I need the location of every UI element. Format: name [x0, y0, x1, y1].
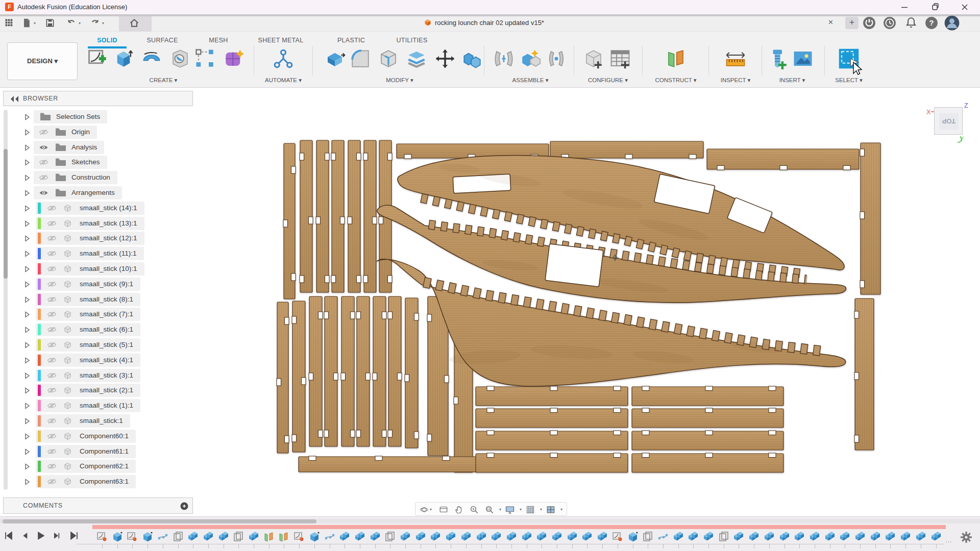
- nav-caret-icon[interactable]: ▾: [430, 507, 432, 512]
- wood-piece-stick[interactable]: [331, 140, 345, 292]
- design-dropdown[interactable]: DESIGN ▾: [7, 42, 78, 80]
- collapse-panel-icon[interactable]: [10, 95, 20, 103]
- timeline-item-move-icon[interactable]: [748, 531, 760, 543]
- wood-piece-slat[interactable]: [476, 453, 628, 472]
- expand-arrow-icon[interactable]: [24, 326, 30, 335]
- nav-caret-icon[interactable]: ▾: [560, 507, 562, 512]
- extensions-icon[interactable]: [863, 16, 876, 30]
- notifications-icon[interactable]: [904, 16, 918, 30]
- wood-piece-plank[interactable]: [373, 296, 386, 446]
- tree-row-label[interactable]: smaall_stick (10):1: [80, 265, 137, 272]
- document-tab[interactable]: rocking lounch chair 02 updated v15* ✕: [357, 14, 841, 32]
- tree-row-label[interactable]: smaall_stick (12):1: [80, 234, 137, 242]
- tree-row[interactable]: Component61:1: [20, 445, 189, 458]
- tool-ruler-icon[interactable]: [725, 48, 746, 69]
- expand-arrow-icon[interactable]: [24, 417, 30, 427]
- eye-hidden-icon[interactable]: [47, 235, 57, 244]
- playback-skip-start-button[interactable]: [4, 531, 13, 540]
- eye-hidden-icon[interactable]: [47, 417, 57, 427]
- playback-step-forward-button[interactable]: [52, 532, 60, 540]
- tree-row-label[interactable]: Component60:1: [80, 432, 129, 440]
- tree-row[interactable]: Selection Sets: [20, 110, 189, 123]
- tree-row-label[interactable]: smaall_stick (6):1: [80, 325, 133, 333]
- timeline-item-move-icon[interactable]: [854, 531, 866, 543]
- expand-arrow-icon[interactable]: [24, 463, 30, 472]
- timeline-item-move-icon[interactable]: [202, 531, 214, 543]
- tool-cfgtable-icon[interactable]: [609, 48, 631, 69]
- group-label-insert[interactable]: INSERT ▾: [779, 77, 805, 84]
- wood-piece-slat[interactable]: [476, 408, 628, 428]
- ribbon-tab-utilities[interactable]: UTILITIES: [396, 37, 427, 44]
- eye-hidden-icon[interactable]: [47, 387, 57, 396]
- timeline-item-move-icon[interactable]: [899, 531, 912, 543]
- tree-row-label[interactable]: Arrangements: [71, 189, 115, 196]
- timeline-item-sketch-icon[interactable]: [96, 531, 108, 543]
- playback-skip-end-button[interactable]: [69, 531, 79, 540]
- nav-caret-icon[interactable]: ▾: [499, 507, 501, 512]
- tree-row-label[interactable]: smaall_stick (11):1: [80, 249, 137, 257]
- tree-row-label[interactable]: smaall_stick (4):1: [80, 356, 133, 364]
- tool-presspull-icon[interactable]: [324, 48, 346, 69]
- expand-arrow-icon[interactable]: [24, 235, 30, 244]
- qat-file-caret-icon[interactable]: ▾: [34, 21, 38, 25]
- timeline-item-sketch-icon[interactable]: [293, 531, 305, 543]
- ribbon-tab-surface[interactable]: SURFACE: [146, 37, 178, 44]
- tree-row[interactable]: smaall_stick (5):1: [20, 338, 189, 352]
- timeline-item-move-icon[interactable]: [915, 531, 927, 543]
- wood-piece-stick[interactable]: [348, 140, 361, 292]
- timeline-item-move-icon[interactable]: [778, 531, 791, 543]
- qat-redo-caret-icon[interactable]: ▾: [102, 21, 106, 25]
- help-icon[interactable]: ?: [925, 16, 938, 30]
- eye-hidden-icon[interactable]: [47, 341, 57, 350]
- tree-row-label[interactable]: Origin: [71, 128, 90, 136]
- timeline-item-move-icon[interactable]: [763, 531, 775, 543]
- tool-jointorigin-icon[interactable]: [546, 48, 567, 69]
- expand-arrow-icon[interactable]: [24, 220, 30, 229]
- expand-arrow-icon[interactable]: [24, 265, 30, 274]
- expand-arrow-icon[interactable]: [24, 296, 30, 305]
- tree-row[interactable]: smaall_stick (3):1: [20, 369, 189, 382]
- wood-piece-plank[interactable]: [405, 298, 419, 448]
- timeline-item-move-icon[interactable]: [672, 531, 684, 543]
- group-label-configure[interactable]: CONFIGURE ▾: [588, 77, 628, 84]
- wood-piece-slat[interactable]: [476, 386, 628, 406]
- tree-row[interactable]: smaall_stick (14):1: [20, 202, 189, 215]
- wood-piece-slat[interactable]: [632, 386, 783, 406]
- eye-hidden-icon[interactable]: [39, 174, 48, 183]
- tool-pattern-icon[interactable]: [194, 48, 216, 69]
- tree-row-label[interactable]: Component62:1: [80, 462, 129, 470]
- tree-row-label[interactable]: Sketches: [71, 158, 100, 166]
- tree-row[interactable]: smaall_stick:1: [20, 414, 189, 428]
- timeline-item-move-icon[interactable]: [551, 531, 563, 543]
- qat-undo-icon[interactable]: [66, 18, 77, 28]
- tree-row-label[interactable]: Component61:1: [80, 447, 129, 455]
- tree-row[interactable]: smaall_stick (12):1: [20, 232, 189, 245]
- nav-fit-icon[interactable]: [485, 505, 494, 514]
- wood-piece-stick[interactable]: [860, 143, 880, 294]
- wood-piece-slat[interactable]: [632, 431, 783, 450]
- tree-row-label[interactable]: smaall_stick (7):1: [80, 310, 133, 318]
- wood-piece-plank[interactable]: [277, 302, 289, 453]
- avatar-icon[interactable]: [944, 15, 960, 31]
- nav-grid-icon[interactable]: [526, 505, 535, 514]
- timeline-item-move-icon[interactable]: [702, 531, 715, 543]
- qat-home-icon[interactable]: [129, 18, 139, 28]
- tree-row-label[interactable]: smaall_stick (9):1: [80, 280, 133, 288]
- timeline-item-extrude-icon[interactable]: [308, 531, 321, 543]
- wood-piece-slat[interactable]: [632, 408, 783, 428]
- nav-caret-icon[interactable]: ▾: [540, 507, 542, 512]
- playback-step-back-button[interactable]: [21, 532, 30, 540]
- timeline-item-extrude-icon[interactable]: [141, 531, 154, 543]
- tool-form-icon[interactable]: [223, 48, 244, 69]
- eye-hidden-icon[interactable]: [47, 205, 57, 214]
- timeline-item-move-icon[interactable]: [338, 531, 351, 543]
- eye-hidden-icon[interactable]: [47, 357, 57, 366]
- timeline-item-sketch-icon[interactable]: [611, 531, 624, 543]
- tree-row[interactable]: smaall_stick (13):1: [20, 217, 189, 230]
- tree-row[interactable]: Analysis: [20, 141, 189, 154]
- tree-row[interactable]: Component63:1: [20, 475, 189, 488]
- tree-row-label[interactable]: Component63:1: [80, 478, 129, 485]
- timeline-item-move-icon[interactable]: [369, 531, 381, 543]
- tool-move4-icon[interactable]: [434, 48, 456, 69]
- nav-orbit-icon[interactable]: [420, 505, 429, 514]
